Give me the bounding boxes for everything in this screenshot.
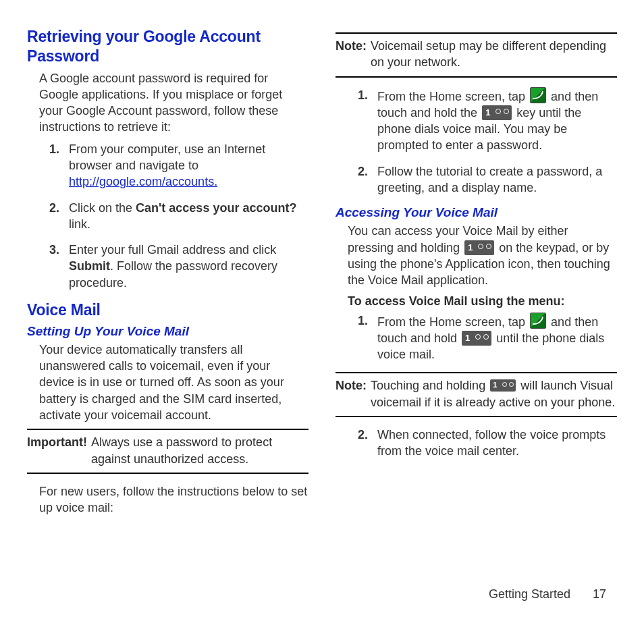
step-number: 1. <box>27 141 69 190</box>
access-steps-part2: 2. When connected, follow the voice prom… <box>336 427 617 460</box>
heading-retrieve-password: Retrieving your Google Account Password <box>27 27 308 66</box>
step-text: Enter your full Gmail address and click … <box>69 242 308 291</box>
one-key-icon: 1 <box>464 240 494 255</box>
menu-access-heading: To access Voice Mail using the menu: <box>348 294 617 308</box>
step-number: 2. <box>27 200 69 233</box>
right-column: Note: Voicemail setup may be different d… <box>336 27 617 574</box>
list-item: 1. From the Home screen, tap and then to… <box>336 87 617 154</box>
footer-section: Getting Started <box>489 587 570 601</box>
retrieve-steps: 1. From your computer, use an Internet b… <box>27 141 308 291</box>
step-text: Click on the Can't access your account? … <box>69 200 308 233</box>
left-column: Retrieving your Google Account Password … <box>27 27 308 574</box>
note-text: Touching and holding 1 will launch Visua… <box>371 377 617 410</box>
step-number: 1. <box>336 87 377 154</box>
subheading-setup-vm: Setting Up Your Voice Mail <box>27 324 308 339</box>
one-key-icon: 1 <box>462 331 491 346</box>
step-number: 1. <box>336 313 377 363</box>
heading-voice-mail: Voice Mail <box>27 300 308 320</box>
phone-icon <box>530 313 546 329</box>
page-number: 17 <box>593 587 606 601</box>
list-item: 2. Follow the tutorial to create a passw… <box>336 163 617 196</box>
step-number: 3. <box>27 242 69 291</box>
note-label: Note: <box>336 377 371 410</box>
setup-steps: 1. From the Home screen, tap and then to… <box>336 87 617 196</box>
one-key-icon: 1 <box>482 105 512 120</box>
list-item: 2. Click on the Can't access your accoun… <box>27 200 308 233</box>
step-text: From your computer, use an Internet brow… <box>69 141 308 190</box>
step-text: Follow the tutorial to create a password… <box>377 163 617 196</box>
access-paragraph: You can access your Voice Mail by either… <box>348 223 617 288</box>
important-text: Always use a password to protect against… <box>91 434 308 467</box>
step-number: 2. <box>336 427 377 460</box>
note-label: Note: <box>336 38 371 71</box>
step-text: From the Home screen, tap and then touch… <box>377 313 617 363</box>
page-footer: Getting Started 17 <box>0 587 644 601</box>
access-steps-part1: 1. From the Home screen, tap and then to… <box>336 313 617 363</box>
important-label: Important! <box>27 434 91 467</box>
step-text: From the Home screen, tap and then touch… <box>377 87 617 154</box>
note-text: Voicemail setup may be different dependi… <box>371 38 617 71</box>
intro-paragraph: A Google account password is required fo… <box>39 70 308 136</box>
note-network: Note: Voicemail setup may be different d… <box>336 32 617 78</box>
list-item: 3. Enter your full Gmail address and cli… <box>27 242 308 291</box>
setup-paragraph: Your device automatically transfers all … <box>39 342 308 423</box>
list-item: 1. From your computer, use an Internet b… <box>27 141 308 190</box>
step-number: 2. <box>336 163 377 196</box>
note-visual-vm: Note: Touching and holding 1 will launch… <box>336 372 617 417</box>
one-key-icon: 1 <box>490 379 516 392</box>
step-text: When connected, follow the voice prompts… <box>377 427 617 460</box>
accounts-link[interactable]: http://google.com/accounts. <box>69 175 217 188</box>
important-note: Important! Always use a password to prot… <box>27 429 308 474</box>
subheading-access-vm: Accessing Your Voice Mail <box>336 205 617 220</box>
list-item: 1. From the Home screen, tap and then to… <box>336 313 617 363</box>
new-users-paragraph: For new users, follow the instructions b… <box>39 483 308 516</box>
list-item: 2. When connected, follow the voice prom… <box>336 427 617 460</box>
phone-icon <box>530 87 546 103</box>
page: Retrieving your Google Account Password … <box>0 0 644 587</box>
